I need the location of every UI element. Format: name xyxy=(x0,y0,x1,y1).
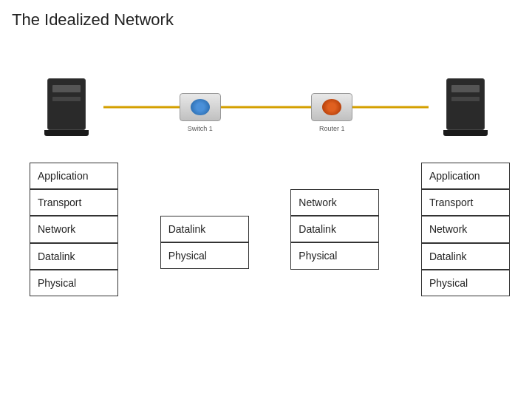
layer-application-left: Application xyxy=(30,163,118,189)
stack-switch: Datalink Physical xyxy=(160,163,249,269)
server-icon-left xyxy=(47,78,86,130)
page-title: The Idealized Network xyxy=(12,10,174,30)
switch-icon: Switch 1 xyxy=(180,93,221,121)
layer-network-right: Network xyxy=(421,216,510,242)
server-base-left xyxy=(44,130,89,136)
layer-physical-right: Physical xyxy=(421,270,510,296)
stacks-area: Application Transport Network Datalink P… xyxy=(22,163,510,296)
layer-datalink-right: Datalink xyxy=(421,243,510,270)
server-icon-right xyxy=(446,78,485,130)
layer-datalink-router: Datalink xyxy=(290,216,379,242)
layer-transport-right: Transport xyxy=(421,189,510,216)
router-icon: Router 1 xyxy=(311,93,352,121)
network-diagram: Switch 1 Router 1 xyxy=(44,59,488,155)
network-line xyxy=(103,106,429,109)
layer-physical-router: Physical xyxy=(290,242,379,269)
stack-host-left: Application Transport Network Datalink P… xyxy=(30,163,118,296)
layer-network-left: Network xyxy=(30,216,118,242)
layer-physical-left: Physical xyxy=(30,270,118,296)
router-label: Router 1 xyxy=(319,125,345,132)
layer-transport-left: Transport xyxy=(30,189,118,216)
server-base-right xyxy=(443,130,488,136)
stack-router: Network Datalink Physical xyxy=(290,163,379,270)
stack-host-right: Application Transport Network Datalink P… xyxy=(421,163,510,296)
router-device: Router 1 xyxy=(311,93,352,121)
layer-physical-switch: Physical xyxy=(160,242,249,269)
right-server xyxy=(443,78,488,136)
layer-datalink-left: Datalink xyxy=(30,243,118,270)
left-server xyxy=(44,78,89,136)
layer-network-router: Network xyxy=(290,189,379,216)
layer-datalink-switch: Datalink xyxy=(160,216,249,242)
switch-device: Switch 1 xyxy=(180,93,221,121)
switch-label: Switch 1 xyxy=(188,125,213,132)
layer-application-right: Application xyxy=(421,163,510,189)
